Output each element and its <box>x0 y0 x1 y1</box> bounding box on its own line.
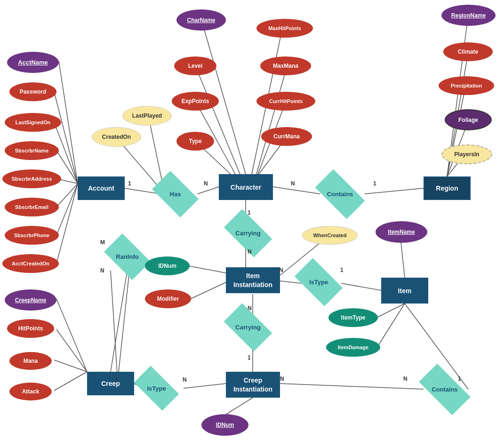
svg-line-2 <box>273 187 320 194</box>
mult-n-iteminst-istype: N <box>279 267 283 273</box>
mult-1-carrying-creepinst: 1 <box>248 354 251 361</box>
region-entity: Region <box>424 176 471 200</box>
item-entity: Item <box>381 278 428 304</box>
modifier-attr: Modifier <box>145 289 191 308</box>
creep-inst-entity: CreepInstantiation <box>226 372 280 398</box>
character-label: Character <box>231 184 261 191</box>
acctcreatedon-attr: AcctCreatedOn <box>2 254 59 273</box>
svg-line-49 <box>280 384 424 389</box>
maxmana-label: MaxMana <box>273 63 298 69</box>
lastsignedon-attr: LastSignedOn <box>5 113 61 132</box>
lastplayed-label: LastPlayed <box>132 112 162 119</box>
item-inst-label: ItemInstantiation <box>233 272 272 288</box>
mult-n-carrying-creep: N <box>248 305 252 312</box>
sbscrbr-email-attr: SbscrbrEmail <box>5 198 59 216</box>
svg-line-17 <box>256 66 287 174</box>
charname-label: CharName <box>187 17 215 24</box>
svg-line-32 <box>376 304 405 318</box>
mult-1-contains-region: 1 <box>373 180 376 187</box>
mult-1-account-has: 1 <box>128 180 131 187</box>
type-char-attr: Type <box>176 132 214 151</box>
createdon-label: CreatedOn <box>102 134 131 140</box>
charname-attr: CharName <box>176 9 226 31</box>
item-inst-entity: ItemInstantiation <box>226 267 280 293</box>
mana-label: Mana <box>24 358 38 364</box>
itemdamage-attr: ItemDamage <box>326 338 380 357</box>
hitpoints-attr: HitPoints <box>7 319 54 338</box>
contains-char-label: Contains <box>327 191 353 198</box>
carrying-char-diamond: Carrying <box>227 220 269 246</box>
precipitation-label: Precipitation <box>451 83 482 88</box>
svg-line-33 <box>376 304 405 348</box>
maxhitpoints-label: MaxHitPoints <box>268 25 301 31</box>
foliage-attr: Foliage <box>445 109 492 130</box>
istype-item-diamond: IsType <box>297 269 340 295</box>
svg-line-3 <box>365 188 424 194</box>
sbscrbr-email-label: SbscrbrEmail <box>15 204 48 210</box>
svg-line-46 <box>225 398 253 415</box>
diagram-canvas: Account Character Region Item ItemInstan… <box>0 0 504 448</box>
currmana-label: CurrMana <box>273 133 300 140</box>
istype-creep-diamond: IsType <box>136 376 176 400</box>
character-entity: Character <box>219 174 273 200</box>
creepname-label: CreepName <box>15 297 47 304</box>
svg-line-36 <box>191 282 226 299</box>
whencreated-label: WhenCreated <box>313 232 347 238</box>
foliage-label: Foliage <box>458 117 478 123</box>
currhitpoints-label: CurrHitPoints <box>269 98 303 104</box>
carrying-creep-diamond: Carrying <box>227 314 269 340</box>
svg-line-10 <box>56 184 78 235</box>
acctname-label: AcctName <box>18 59 48 66</box>
creepname-attr: CreepName <box>5 289 56 311</box>
playersin-attr: PlayersIn <box>441 144 492 164</box>
maxmana-attr: MaxMana <box>260 56 311 75</box>
svg-line-5 <box>54 92 78 184</box>
modifier-label: Modifier <box>157 296 179 302</box>
lastplayed-attr: LastPlayed <box>122 106 172 126</box>
svg-line-11 <box>56 184 78 264</box>
mult-m-raninfo: M <box>100 239 105 246</box>
idnum-item-attr: IDNum <box>145 256 190 275</box>
mult-1-contains-right: 1 <box>458 376 461 382</box>
climate-attr: Climate <box>443 42 493 61</box>
account-label: Account <box>88 184 114 192</box>
region-label: Region <box>436 184 458 192</box>
svg-line-13 <box>195 66 240 174</box>
istype-item-label: IsType <box>309 279 328 286</box>
acctname-attr: AcctName <box>7 52 59 73</box>
istype-creep-label: IsType <box>147 385 166 392</box>
password-label: Password <box>20 88 47 95</box>
sbscrbrphone-attr: SbscrbrPhone <box>5 226 59 245</box>
climate-label: Climate <box>458 48 478 55</box>
exppoints-attr: ExpPoints <box>172 92 219 111</box>
raninfo-diamond: RanInfo <box>107 244 147 270</box>
mult-n-char-contains: N <box>291 180 295 187</box>
item-label: Item <box>398 287 412 295</box>
idnum-creep-label: IDNum <box>216 422 234 428</box>
createdon-attr: CreatedOn <box>92 127 141 147</box>
svg-line-42 <box>54 360 87 372</box>
regionname-label: RegionName <box>451 12 486 19</box>
contains-creep-label: Contains <box>432 386 458 393</box>
svg-line-4 <box>59 61 78 184</box>
mult-n-carrying-iteminst: N <box>248 248 252 255</box>
hitpoints-label: HitPoints <box>18 325 43 332</box>
svg-line-30 <box>341 283 381 290</box>
currhitpoints-attr: CurrHitPoints <box>256 92 315 111</box>
itemname-label: ItemName <box>388 229 415 235</box>
mult-n-istype-creepinst: N <box>183 376 187 383</box>
svg-line-38 <box>111 271 118 381</box>
creep-inst-label: CreepInstantiation <box>233 376 272 393</box>
svg-line-1 <box>198 187 219 194</box>
level-label: Level <box>188 63 203 69</box>
mult-1-istype-item: 1 <box>340 267 344 273</box>
sbscrbraddress-label: SbscrbrAddress <box>12 176 52 182</box>
sbscrbrname-attr: SbscrbrName <box>5 141 59 160</box>
account-entity: Account <box>78 176 125 200</box>
sbscrbrphone-label: SbscrbrPhone <box>14 232 49 238</box>
maxhitpoints-attr: MaxHitPoints <box>256 19 313 38</box>
creep-entity: Creep <box>87 372 134 395</box>
contains-char-diamond: Contains <box>318 181 362 207</box>
svg-line-43 <box>54 372 87 391</box>
svg-line-45 <box>184 384 226 388</box>
